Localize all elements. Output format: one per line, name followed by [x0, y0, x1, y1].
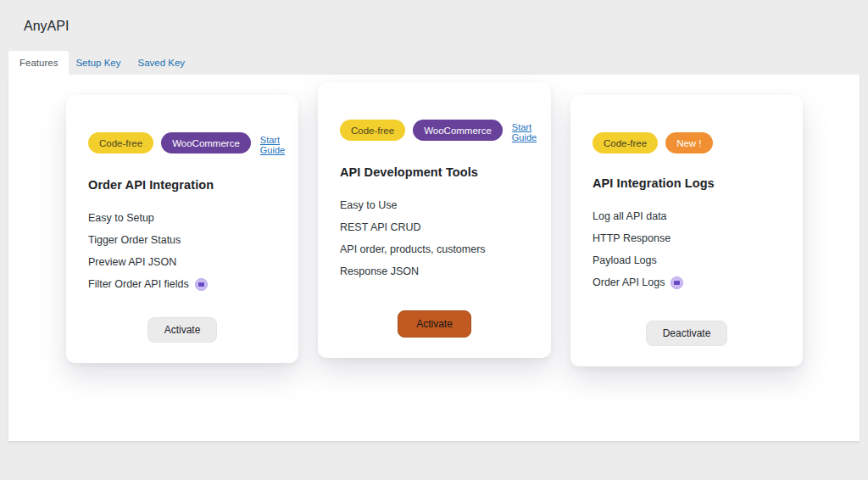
feature-item-label: Log all API data — [593, 209, 667, 223]
feature-item-label: Order API Logs — [593, 276, 665, 289]
feature-item-label: Easy to Setup — [88, 211, 154, 225]
feature-list: Log all API data HTTP Response Payload L… — [593, 201, 781, 289]
badge-row: Code-free New ! — [593, 132, 781, 153]
feature-list: Easy to Use REST API CRUD API order, pro… — [340, 190, 529, 278]
feature-item-label: Payload Logs — [593, 254, 657, 267]
card-order-api-integration: Code-free WooCommerce Start Guide Order … — [66, 95, 298, 363]
feature-item: Preview API JSON — [88, 255, 276, 269]
badge-row: Code-free WooCommerce Start Guide — [88, 132, 276, 155]
feature-item: Easy to Use — [340, 198, 529, 212]
card-title: API Integration Logs — [593, 176, 781, 190]
premium-icon — [670, 276, 683, 289]
feature-item-label: Filter Order API fields — [88, 277, 189, 291]
feature-list: Easy to Setup Tigger Order Status Previe… — [88, 203, 276, 291]
feature-item: REST API CRUD — [340, 220, 529, 234]
feature-item: Payload Logs — [593, 254, 781, 267]
card-api-integration-logs: Code-free New ! API Integration Logs Log… — [570, 95, 803, 366]
badge-row: Code-free WooCommerce Start Guide — [340, 120, 529, 142]
feature-item: Tigger Order Status — [88, 233, 276, 247]
feature-item: Response JSON — [340, 265, 529, 278]
start-guide-link[interactable]: Start Guide — [260, 135, 285, 155]
feature-item-label: Response JSON — [340, 265, 419, 278]
activate-button[interactable]: Activate — [398, 310, 471, 338]
deactivate-button[interactable]: Deactivate — [646, 321, 728, 346]
badge-code-free: Code-free — [88, 132, 153, 153]
tab-features[interactable]: Features — [8, 51, 69, 75]
tab-setup-key[interactable]: Setup Key — [75, 58, 120, 68]
card-title: API Development Tools — [340, 165, 529, 179]
feature-item-label: Tigger Order Status — [88, 233, 181, 247]
activate-button[interactable]: Activate — [147, 317, 218, 343]
tab-bar: Features Setup Key Saved Key — [8, 51, 185, 75]
page-title: AnyAPI — [24, 19, 69, 34]
premium-icon-glyph — [674, 281, 680, 285]
start-guide-link[interactable]: Start Guide — [512, 122, 537, 142]
badge-code-free: Code-free — [340, 120, 405, 141]
tab-saved-key[interactable]: Saved Key — [137, 58, 185, 68]
badge-woocommerce: WooCommerce — [413, 120, 503, 141]
feature-item: Easy to Setup — [88, 211, 276, 225]
feature-item-label: REST API CRUD — [340, 220, 421, 234]
feature-item: API order, products, customers — [340, 243, 529, 256]
feature-item-label: API order, products, customers — [340, 243, 486, 256]
badge-new: New ! — [665, 132, 712, 153]
feature-item: Filter Order API fields — [88, 277, 276, 291]
feature-item-label: HTTP Response — [593, 232, 670, 245]
feature-item: HTTP Response — [593, 232, 781, 245]
card-title: Order API Integration — [88, 178, 276, 192]
badge-woocommerce: WooCommerce — [161, 132, 251, 153]
badge-code-free: Code-free — [593, 132, 658, 153]
cards-container: Code-free WooCommerce Start Guide Order … — [66, 82, 803, 366]
feature-item: Order API Logs — [593, 276, 781, 289]
feature-item: Log all API data — [593, 209, 781, 223]
feature-item-label: Easy to Use — [340, 198, 397, 212]
premium-icon-glyph — [198, 282, 204, 287]
premium-icon — [195, 278, 208, 291]
card-api-development-tools: Code-free WooCommerce Start Guide API De… — [318, 82, 551, 358]
content-panel: Code-free WooCommerce Start Guide Order … — [8, 75, 860, 441]
feature-item-label: Preview API JSON — [88, 255, 176, 269]
